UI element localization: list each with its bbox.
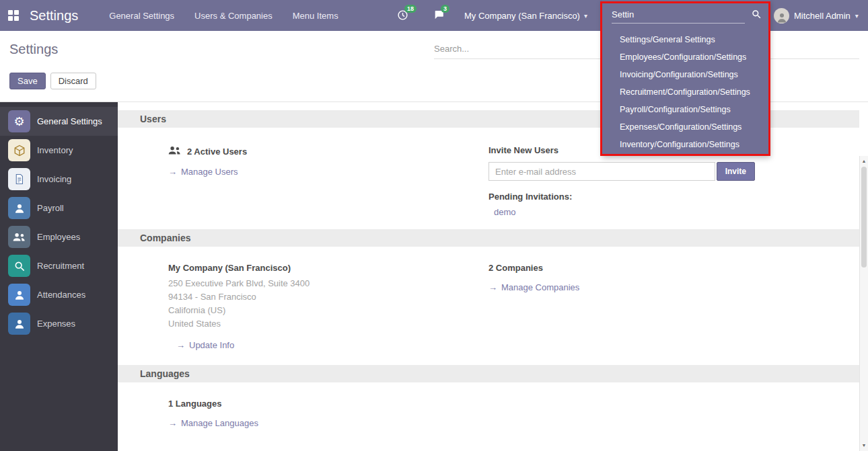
menu-users-companies[interactable]: Users & Companies xyxy=(194,8,273,24)
address-line: 250 Executive Park Blvd, Suite 3400 xyxy=(168,277,462,290)
apps-grid-square xyxy=(14,16,19,21)
app-title[interactable]: Settings xyxy=(30,8,78,24)
menu-search-input-row xyxy=(602,0,770,30)
languages-left-column: 1 Languages →Manage Languages xyxy=(118,399,489,428)
manage-companies-link[interactable]: Manage Companies xyxy=(501,282,579,292)
sidebar-item-invoicing[interactable]: Invoicing xyxy=(0,165,118,194)
vertical-scrollbar[interactable]: ▲ ▼ xyxy=(859,156,868,451)
employees-group-icon xyxy=(8,226,30,248)
active-users-text: 2 Active Users xyxy=(187,147,247,157)
company-address: 250 Executive Park Blvd, Suite 3400 9413… xyxy=(168,277,462,331)
arrow-right-icon: → xyxy=(168,418,177,428)
apps-menu-icon[interactable] xyxy=(8,10,19,21)
sidebar-item-label: Recruitment xyxy=(37,261,84,271)
sidebar-item-employees[interactable]: Employees xyxy=(0,222,118,251)
search-icon[interactable] xyxy=(752,9,761,21)
attendance-person-icon xyxy=(8,284,30,306)
save-button[interactable]: Save xyxy=(9,73,46,89)
languages-count: 1 Languages xyxy=(168,399,462,409)
app-menu: General Settings Users & Companies Menu … xyxy=(109,8,338,24)
scroll-down-icon[interactable]: ▼ xyxy=(860,442,868,450)
sidebar-item-label: General Settings xyxy=(37,116,102,126)
sidebar-item-general-settings[interactable]: ⚙ General Settings xyxy=(0,107,118,136)
sidebar-item-label: Expenses xyxy=(37,319,75,329)
active-users-line: 2 Active Users xyxy=(168,145,462,157)
search-result-item[interactable]: Recruitment/Configuration/Settings xyxy=(602,83,770,101)
chat-bubble-icon xyxy=(433,13,445,23)
sidebar-item-inventory[interactable]: Inventory xyxy=(0,136,118,165)
messages-menu[interactable]: 3 xyxy=(433,9,445,23)
address-line: United States xyxy=(168,317,462,331)
activity-badge: 18 xyxy=(404,5,417,13)
pending-invitations-label: Pending Invitations: xyxy=(489,192,832,202)
company-switcher-label: My Company (San Francisco) xyxy=(464,11,580,21)
arrow-right-icon: → xyxy=(168,167,177,177)
menu-search-dropdown: Settings/General Settings Employees/Conf… xyxy=(602,0,770,156)
update-info-row: →Update Info xyxy=(176,340,462,350)
chevron-down-icon: ▾ xyxy=(584,12,587,19)
users-group-icon xyxy=(168,145,181,157)
companies-count: 2 Companies xyxy=(489,263,832,273)
menu-general-settings[interactable]: General Settings xyxy=(109,8,174,24)
sidebar-item-label: Employees xyxy=(37,232,80,242)
manage-users-link[interactable]: Manage Users xyxy=(181,167,238,177)
clock-icon xyxy=(397,13,408,23)
manage-users-row: →Manage Users xyxy=(168,167,462,177)
arrow-right-icon: → xyxy=(176,340,185,350)
settings-sidebar: ⚙ General Settings Inventory Invoicing P… xyxy=(0,102,118,451)
address-line: 94134 - San Francisco xyxy=(168,290,462,304)
manage-languages-link[interactable]: Manage Languages xyxy=(181,418,258,428)
sidebar-item-label: Attendances xyxy=(37,290,85,300)
apps-grid-square xyxy=(8,10,13,15)
companies-left-column: My Company (San Francisco) 250 Executive… xyxy=(118,263,489,350)
update-info-link[interactable]: Update Info xyxy=(189,340,234,350)
address-line: California (US) xyxy=(168,304,462,317)
search-result-item[interactable]: Expenses/Configuration/Settings xyxy=(602,118,770,136)
sidebar-item-label: Invoicing xyxy=(37,174,71,184)
activity-menu[interactable]: 18 xyxy=(397,9,408,23)
search-result-item[interactable]: Payroll/Configuration/Settings xyxy=(602,101,770,118)
search-result-item[interactable]: Invoicing/Configuration/Settings xyxy=(602,66,770,83)
sidebar-item-attendances[interactable]: Attendances xyxy=(0,280,118,309)
languages-section-row: 1 Languages →Manage Languages xyxy=(118,399,859,428)
company-name: My Company (San Francisco) xyxy=(168,263,462,273)
menu-search-input[interactable] xyxy=(612,6,745,24)
sidebar-item-payroll[interactable]: Payroll xyxy=(0,194,118,222)
scrollbar-thumb[interactable] xyxy=(861,167,867,268)
menu-search-results: Settings/General Settings Employees/Conf… xyxy=(602,30,770,153)
sidebar-item-label: Payroll xyxy=(37,203,64,213)
pending-user-link[interactable]: demo xyxy=(494,207,832,217)
payroll-person-icon xyxy=(8,197,30,219)
chevron-down-icon: ▾ xyxy=(855,12,859,19)
section-header-companies: Companies xyxy=(118,229,859,247)
expenses-person-icon xyxy=(8,313,30,335)
messages-badge: 3 xyxy=(441,5,449,13)
user-menu[interactable]: Mitchell Admin ▾ xyxy=(774,0,859,31)
invite-row: Invite xyxy=(489,162,755,181)
menu-menu-items[interactable]: Menu Items xyxy=(293,8,338,24)
avatar xyxy=(774,8,789,24)
section-header-languages: Languages xyxy=(118,365,859,382)
companies-right-column: 2 Companies →Manage Companies xyxy=(489,263,859,350)
discard-button[interactable]: Discard xyxy=(50,73,96,89)
invite-button[interactable]: Invite xyxy=(717,162,755,181)
control-panel-buttons: Save Discard xyxy=(9,73,96,89)
company-switcher[interactable]: My Company (San Francisco) ▾ xyxy=(464,0,587,31)
user-name: Mitchell Admin xyxy=(794,11,851,21)
users-right-column: Invite New Users Invite Pending Invitati… xyxy=(489,145,859,217)
invoice-document-icon xyxy=(8,168,30,190)
sidebar-item-label: Inventory xyxy=(37,145,73,155)
invite-email-field[interactable] xyxy=(489,162,715,181)
search-result-item[interactable]: Employees/Configuration/Settings xyxy=(602,48,770,66)
users-section-row: 2 Active Users →Manage Users Invite New … xyxy=(118,145,859,217)
sidebar-item-expenses[interactable]: Expenses xyxy=(0,309,118,338)
search-result-item[interactable]: Settings/General Settings xyxy=(602,31,770,48)
search-result-item[interactable]: Inventory/Configuration/Settings xyxy=(602,136,770,153)
gear-icon: ⚙ xyxy=(8,110,30,132)
arrow-right-icon: → xyxy=(489,282,497,292)
inventory-box-icon xyxy=(8,139,30,161)
scroll-up-icon[interactable]: ▲ xyxy=(860,157,868,165)
users-left-column: 2 Active Users →Manage Users xyxy=(118,145,489,217)
page-title: Settings xyxy=(9,42,58,57)
sidebar-item-recruitment[interactable]: Recruitment xyxy=(0,251,118,280)
